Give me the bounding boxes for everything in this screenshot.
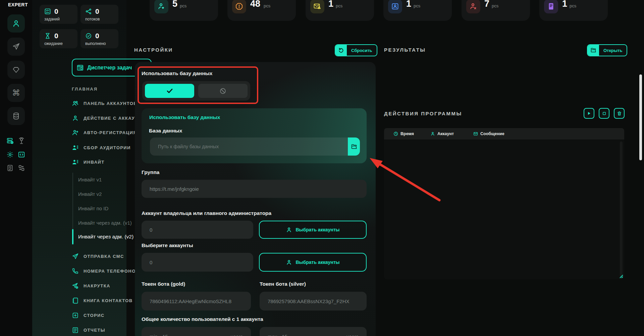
column-message[interactable]: Сообщение — [473, 131, 504, 136]
mail-warning-icon — [313, 2, 321, 10]
document-check-icon[interactable] — [6, 164, 14, 172]
submenu-item-invite-admin-v2[interactable]: Инвайт через адм. (v2) — [78, 234, 133, 240]
stop-button[interactable] — [599, 108, 609, 119]
active-item-indicator — [72, 229, 73, 244]
folder-icon — [351, 144, 357, 150]
play-button[interactable] — [584, 108, 594, 119]
person-x-icon — [469, 2, 477, 10]
check-icon — [166, 87, 173, 95]
rail-item-profile[interactable] — [7, 14, 25, 33]
reset-button[interactable]: Сбросить — [335, 44, 377, 56]
program-actions-title: ДЕЙСТВИЯ ПРОГРАММЫ — [384, 111, 462, 116]
min-users-input[interactable]: min 15 users — [142, 327, 251, 336]
command-icon: ⌘ — [12, 89, 20, 97]
stat-label: заданий — [44, 17, 77, 21]
counter-card: 1 pcs — [539, 0, 608, 21]
token-gold-label: Токен бота (gold) — [142, 281, 185, 287]
settings-title: НАСТРОЙКИ — [134, 47, 173, 53]
submenu-item-invite-v1[interactable]: Инвайт v1 — [78, 177, 102, 182]
tasks-icon — [44, 8, 51, 15]
swap-icon[interactable] — [17, 164, 25, 172]
code-window-icon[interactable] — [17, 151, 25, 159]
reports-icon — [72, 327, 79, 334]
column-time[interactable]: Время — [393, 131, 414, 136]
phone-icon — [72, 268, 79, 275]
server-check-icon[interactable] — [6, 137, 14, 145]
stat-flows: 0 потоков — [80, 5, 118, 24]
browse-file-button[interactable] — [348, 137, 360, 156]
task-manager-icon — [76, 64, 84, 71]
submenu-item-invite-by-id[interactable]: Инвайт по ID — [78, 206, 108, 211]
phone-file-icon — [547, 2, 555, 10]
gear-icon[interactable] — [6, 151, 14, 159]
icon-rail: EXPERT ⌘ — [0, 0, 32, 336]
log-scrollbar[interactable] — [620, 142, 623, 277]
stat-label: выполнено — [85, 41, 118, 46]
token-silver-input[interactable]: 7869257908:AAEBssNX23g7_F2HX — [260, 292, 367, 311]
rail-item-command[interactable]: ⌘ — [7, 84, 25, 102]
open-results-button[interactable]: Открыть — [587, 44, 627, 56]
users-icon — [72, 100, 79, 107]
user-icon — [12, 19, 20, 28]
trash-button[interactable] — [614, 108, 625, 119]
hourglass-icon — [44, 33, 51, 39]
person-list-icon — [72, 144, 79, 151]
resize-grip[interactable] — [618, 273, 623, 278]
group-input[interactable]: https://t.me/jnfgkngoie — [142, 180, 367, 198]
max-users-input[interactable]: max 15 users — [260, 327, 367, 336]
contacts-book-icon — [72, 297, 79, 304]
submenu-item-invite-v2[interactable]: Инвайт v2 — [78, 191, 102, 197]
rail-item-diamond[interactable] — [7, 61, 25, 79]
person-list-icon — [72, 159, 79, 166]
flows-icon — [85, 8, 92, 15]
accounts-input[interactable]: 0 — [142, 253, 253, 272]
person-icon — [286, 259, 292, 266]
stat-value: 0 — [54, 8, 58, 15]
select-accounts-button[interactable]: Выбрать аккаунты — [259, 253, 367, 272]
counter-card: 48 pcs — [227, 0, 296, 21]
program-log-table: Время Аккаунт Сообщение — [384, 128, 624, 279]
stat-value: 0 — [54, 33, 58, 39]
group-label: Группа — [142, 169, 159, 175]
counter-card: 5 pcs — [150, 0, 218, 21]
check-circle-icon — [85, 33, 92, 39]
clock-icon — [393, 131, 398, 136]
toggle-no-button[interactable] — [198, 84, 248, 98]
toggle-yes-button[interactable] — [145, 84, 194, 98]
person-icon — [286, 227, 292, 233]
warning-octagon-icon — [235, 2, 243, 10]
database-card-title: Использовать базу данных — [149, 114, 220, 120]
person-broadcast-icon[interactable] — [17, 137, 25, 145]
total-users-label: Общее количество пользователей с 1 аккау… — [142, 316, 263, 322]
page-scrollbar-thumb[interactable] — [639, 74, 642, 160]
token-gold-input[interactable]: 7860496112:AAHegEwNlcmoSZHL8 — [142, 292, 251, 311]
stat-label: потоков — [85, 17, 118, 21]
rail-item-send[interactable] — [7, 38, 25, 56]
play-icon — [587, 111, 591, 116]
id-card-icon — [391, 2, 399, 10]
owner-input[interactable]: 0 — [142, 221, 253, 239]
reset-icon — [335, 45, 347, 56]
brand-logo: EXPERT — [8, 2, 28, 7]
database-path-input[interactable]: Путь к файлу базы данных — [150, 137, 348, 156]
stat-tasks: 0 заданий — [40, 5, 77, 24]
task-manager-label: Диспетчер задач — [87, 65, 136, 71]
sidebar-item-home[interactable]: ГЛАВНАЯ — [72, 87, 98, 92]
trash-icon — [617, 111, 622, 116]
use-db-toggle — [142, 81, 250, 101]
diamond-icon — [12, 66, 20, 74]
column-account[interactable]: Аккаунт — [430, 131, 454, 136]
person-heart-icon — [157, 2, 165, 10]
plus-square-icon — [72, 312, 79, 319]
select-accounts-label: Выберите аккаунты — [142, 242, 193, 248]
folder-icon — [588, 45, 599, 56]
counter-card: 1 pcs — [306, 0, 374, 21]
sidebar: 0 заданий 0 потоков 0 ожидание 0 выполне… — [32, 0, 126, 336]
rail-item-database[interactable] — [7, 107, 25, 125]
counter-card: 7 pcs — [462, 0, 530, 21]
submenu-item-invite-admin-v1[interactable]: Инвайт через адм. (v1) — [78, 220, 132, 226]
person-plus-icon — [72, 129, 79, 136]
stop-icon — [602, 111, 606, 116]
select-owner-accounts-button[interactable]: Выбрать аккаунты — [259, 221, 367, 239]
person-icon — [72, 115, 79, 122]
